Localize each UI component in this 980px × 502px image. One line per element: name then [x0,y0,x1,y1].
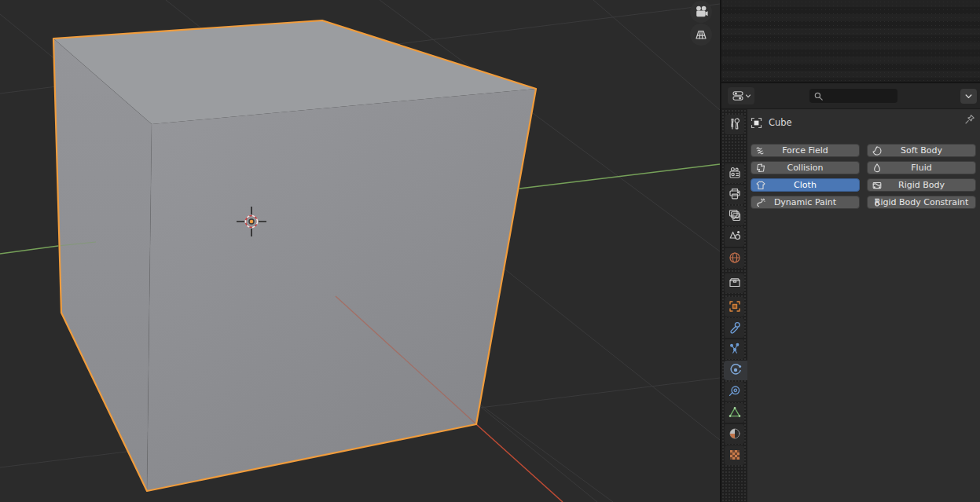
editor-type-button[interactable] [728,87,754,104]
particles-icon [728,342,742,356]
properties-editor-icon [732,90,744,102]
blender-window: Cube Force FieldCollisionClothDynamic Pa… [0,0,980,502]
y-axis-left [0,246,58,254]
physics-button-force-field[interactable]: Force Field [751,144,860,157]
pin-icon[interactable] [963,113,976,126]
breadcrumb-object-name: Cube [769,117,792,128]
physics-button-label: Rigid Body Constraint [875,197,969,207]
force-field-icon [755,145,766,159]
physics-button-label: Dynamic Paint [774,197,836,207]
soft-body-icon [872,145,883,159]
viewport-scene [0,0,720,502]
rigid-body-icon [872,180,883,193]
cube-mesh[interactable] [53,20,536,491]
cloth-icon [755,180,766,193]
physics-button-cloth[interactable]: Cloth [751,178,860,192]
rigid-body-constraint-icon [872,197,883,211]
search-field[interactable] [809,89,897,103]
physics-button-rigid-body[interactable]: Rigid Body [867,178,976,192]
render-icon [728,166,742,180]
tab-particles[interactable] [725,339,744,359]
tab-scene[interactable] [725,227,744,247]
tab-constraints[interactable] [725,382,744,401]
properties-editor: Cube Force FieldCollisionClothDynamic Pa… [720,0,980,502]
search-input[interactable] [824,90,893,102]
data-icon [728,405,742,420]
3d-viewport[interactable] [0,0,720,502]
chevron-down-icon [745,93,751,99]
material-icon [728,427,742,441]
texture-icon [728,448,742,462]
tab-render[interactable] [725,163,744,183]
y-axis-right [519,164,720,189]
toggle-grid-gizmo[interactable] [690,24,712,46]
physics-button-soft-body[interactable]: Soft Body [867,144,976,157]
tab-tool[interactable] [725,115,744,134]
outliner-region[interactable] [721,0,980,83]
fluid-icon [872,163,883,176]
tab-output[interactable] [725,185,744,204]
properties-tab-strip [721,109,747,502]
physics-button-dynamic-paint[interactable]: Dynamic Paint [751,196,860,209]
collision-icon [755,163,766,176]
camera-icon [693,4,709,20]
physics-button-rigid-body-constraint[interactable]: Rigid Body Constraint [867,196,976,209]
tab-physics[interactable] [724,361,747,380]
options-dropdown-button[interactable] [960,89,977,104]
object-icon [728,299,742,313]
search-icon [813,91,824,101]
physics-button-label: Fluid [911,163,931,173]
collection-icon [728,276,742,290]
dynamic-paint-icon [755,197,766,211]
viewlayer-icon [728,208,742,222]
physics-button-collision[interactable]: Collision [751,161,860,174]
cube-front-face [147,89,536,491]
tab-texture[interactable] [725,445,744,465]
physics-button-label: Force Field [782,145,828,156]
tab-object-data[interactable] [725,403,744,423]
modifier-icon [728,321,742,335]
chevron-down-icon [963,91,974,101]
physics-button-label: Rigid Body [898,180,945,190]
world-icon [728,251,742,265]
tab-world[interactable] [725,248,744,268]
scene-icon [728,229,742,244]
tab-view-layer[interactable] [725,206,744,225]
tab-collection[interactable] [725,273,744,293]
physics-button-label: Soft Body [901,145,942,156]
camera-view-gizmo[interactable] [690,1,712,23]
tab-material[interactable] [725,424,744,444]
physics-button-fluid[interactable]: Fluid [867,161,976,174]
breadcrumb: Cube [750,114,792,131]
physics-button-label: Collision [787,163,823,173]
physics-icon [729,363,743,377]
tool-icon [728,117,742,131]
grid-icon [693,27,709,42]
output-icon [728,187,742,201]
physics-button-label: Cloth [794,180,817,190]
properties-header [721,83,980,109]
constraint-icon [728,384,742,398]
object-icon [750,116,763,130]
tab-modifiers[interactable] [725,318,744,338]
tab-object[interactable] [725,297,744,317]
